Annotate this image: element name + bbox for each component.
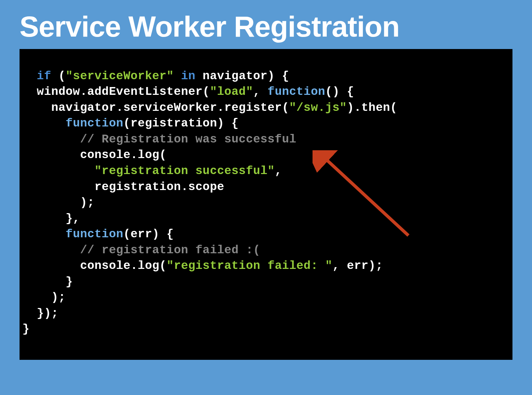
code-token-plain: ).then( xyxy=(347,101,397,114)
code-token-plain: }, xyxy=(22,212,80,225)
code-token-plain: , err); xyxy=(332,259,383,272)
code-token-plain: ); xyxy=(22,196,94,209)
code-block: if ("serviceWorker" in navigator) { wind… xyxy=(20,49,512,359)
code-content: if ("serviceWorker" in navigator) { wind… xyxy=(22,70,397,336)
code-token-plain: console.log( xyxy=(22,148,167,162)
svg-line-1 xyxy=(323,157,408,236)
code-token-plain: } xyxy=(22,323,29,336)
code-token-plain: ); xyxy=(22,291,66,304)
code-token-comment: // Registration was successful xyxy=(80,133,296,146)
code-token-comment: // registration failed :( xyxy=(80,244,260,257)
code-token-string: "serviceWorker" xyxy=(66,70,174,83)
code-token-plain: () { xyxy=(325,85,354,98)
code-token-plain: (err) { xyxy=(123,228,174,241)
code-token-plain: } xyxy=(22,275,73,288)
code-token-plain: navigator.serviceWorker.register( xyxy=(22,101,289,114)
code-token-plain xyxy=(22,244,80,257)
code-token-plain: (registration) { xyxy=(123,117,239,130)
code-token-plain: ( xyxy=(51,70,66,83)
code-token-plain xyxy=(174,70,181,83)
annotation-arrow xyxy=(313,150,419,243)
code-token-plain: , xyxy=(275,164,282,178)
code-token-plain xyxy=(22,133,80,146)
code-token-plain xyxy=(22,228,66,241)
code-token-string: "/sw.js" xyxy=(289,101,347,114)
code-token-plain: }); xyxy=(22,307,59,320)
code-token-func: function xyxy=(267,85,325,98)
code-token-keyword: in xyxy=(181,70,196,83)
code-token-plain: navigator) { xyxy=(195,70,289,83)
code-token-string: "registration failed: " xyxy=(167,259,332,272)
code-token-plain xyxy=(22,164,94,178)
code-token-plain xyxy=(22,117,66,130)
code-token-string: "load" xyxy=(210,85,253,98)
slide-title: Service Worker Registration xyxy=(20,11,512,43)
code-token-string: "registration successful" xyxy=(94,164,275,178)
code-token-plain: window.addEventListener( xyxy=(22,85,210,98)
code-token-plain: , xyxy=(253,85,268,98)
code-token-func: function xyxy=(66,117,123,130)
code-token-plain: registration.scope xyxy=(22,180,224,194)
code-token-func: function xyxy=(66,228,123,241)
code-token-plain: console.log( xyxy=(22,259,167,272)
code-token-keyword: if xyxy=(37,70,51,83)
